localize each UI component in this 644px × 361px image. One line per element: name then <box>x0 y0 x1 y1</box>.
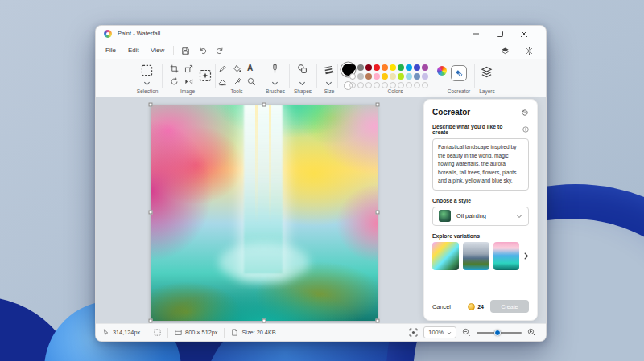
describe-label: Describe what you'd like to create <box>432 124 520 135</box>
maximize-button[interactable] <box>488 26 512 42</box>
crop-button[interactable] <box>170 64 179 73</box>
zoom-dropdown[interactable]: 100% <box>423 326 456 338</box>
size-dropdown-chevron-icon[interactable] <box>326 80 332 85</box>
cancel-button[interactable]: Cancel <box>432 303 451 310</box>
selection-handle[interactable] <box>149 319 153 323</box>
zoom-out-button[interactable] <box>462 328 471 337</box>
prompt-textarea[interactable]: Fantastical landscape inspired by the be… <box>432 138 529 191</box>
color-swatch[interactable] <box>382 73 388 80</box>
color-swatch[interactable] <box>406 73 412 80</box>
variation-thumbnails <box>432 242 529 270</box>
size-button[interactable] <box>324 64 334 75</box>
pencil-tool-button[interactable] <box>218 64 227 73</box>
eyedropper-icon <box>233 77 242 86</box>
undo-icon <box>199 47 208 55</box>
selection-handle[interactable] <box>149 211 153 215</box>
color-swatch[interactable] <box>390 73 396 80</box>
fill-tool-button[interactable] <box>233 64 242 73</box>
color-swatch[interactable] <box>422 64 428 71</box>
variations-next-chevron-icon[interactable] <box>523 252 529 260</box>
resize-button[interactable] <box>184 64 193 73</box>
color-picker-tool-button[interactable] <box>233 77 242 86</box>
color-swatch-empty[interactable] <box>406 82 412 88</box>
menu-edit[interactable]: Edit <box>125 45 142 56</box>
stack-button[interactable] <box>499 45 510 56</box>
zoom-in-icon <box>527 328 536 337</box>
color-swatch[interactable] <box>390 64 396 71</box>
titlebar[interactable]: Paint - Waterfall <box>96 26 546 42</box>
selection-handle[interactable] <box>262 103 266 107</box>
zoom-slider[interactable] <box>477 332 522 334</box>
variation-thumbnail-1[interactable] <box>432 242 459 270</box>
variation-thumbnail-2[interactable] <box>463 242 489 270</box>
text-tool-button[interactable]: A <box>247 64 253 72</box>
style-thumbnail <box>439 210 451 222</box>
color-swatch[interactable] <box>365 73 372 80</box>
style-value: Oil painting <box>456 212 510 219</box>
layers-button[interactable] <box>481 66 493 78</box>
color-swatch[interactable] <box>414 64 420 71</box>
menu-file[interactable]: File <box>102 45 119 56</box>
brushes-dropdown-chevron-icon[interactable] <box>272 80 278 85</box>
chevron-down-icon <box>447 330 452 335</box>
selection-dropdown-chevron-icon[interactable] <box>144 80 150 85</box>
selection-handle[interactable] <box>149 103 153 107</box>
color-swatch[interactable] <box>374 73 380 80</box>
color-swatch-empty[interactable] <box>398 82 404 88</box>
color-swatch-empty[interactable] <box>414 82 420 88</box>
color-swatch-empty[interactable] <box>422 82 428 88</box>
color-swatch[interactable] <box>382 64 388 71</box>
color-swatch[interactable] <box>398 64 404 71</box>
history-button[interactable] <box>521 109 529 117</box>
zoom-slider-handle[interactable] <box>494 330 501 336</box>
color-swatch-empty[interactable] <box>390 82 396 88</box>
close-button[interactable] <box>512 26 536 42</box>
rotate-button[interactable] <box>170 77 179 86</box>
color-swatch[interactable] <box>414 73 420 80</box>
redo-button[interactable] <box>213 45 225 56</box>
minimize-button[interactable] <box>464 26 488 42</box>
color-swatch[interactable] <box>357 73 364 80</box>
save-button[interactable] <box>180 45 191 56</box>
color-swatch-empty[interactable] <box>349 82 356 88</box>
create-button[interactable]: Create <box>490 300 529 313</box>
color-swatch-empty[interactable] <box>357 82 364 88</box>
edit-colors-button[interactable] <box>437 66 447 76</box>
cocreator-button[interactable] <box>451 65 467 81</box>
toolbar-divider <box>474 64 475 88</box>
selection-handle[interactable] <box>376 319 380 323</box>
cocreator-panel: Cocreator Describe what you'd like to cr… <box>423 99 538 321</box>
eraser-tool-button[interactable] <box>218 77 227 86</box>
selection-tool-button[interactable] <box>141 64 153 76</box>
color-swatch[interactable] <box>365 64 372 71</box>
color-swatch[interactable] <box>374 64 380 71</box>
variation-thumbnail-3[interactable] <box>493 242 520 270</box>
zoom-in-button[interactable] <box>527 328 536 337</box>
color-swatch[interactable] <box>422 73 428 80</box>
shapes-dropdown-chevron-icon[interactable] <box>299 80 305 85</box>
undo-button[interactable] <box>197 45 208 56</box>
shapes-button[interactable] <box>297 64 308 74</box>
magnifier-tool-button[interactable] <box>247 77 256 86</box>
selection-rectangle-icon <box>141 64 153 76</box>
toolbar-divider <box>262 64 262 88</box>
menu-view[interactable]: View <box>147 45 167 56</box>
style-dropdown[interactable]: Oil painting <box>432 207 529 226</box>
color-swatch[interactable] <box>357 64 364 71</box>
settings-button[interactable] <box>523 45 535 56</box>
selection-handle[interactable] <box>376 211 380 215</box>
fit-to-screen-button[interactable] <box>409 328 418 337</box>
flip-button[interactable] <box>184 77 193 86</box>
color-swatch[interactable] <box>349 73 356 80</box>
color-swatch[interactable] <box>349 64 356 71</box>
color-swatch[interactable] <box>406 64 412 71</box>
background-removal-button[interactable] <box>199 69 212 82</box>
brushes-button[interactable] <box>270 64 280 74</box>
canvas[interactable] <box>151 105 378 321</box>
color-swatch-empty[interactable] <box>374 82 380 88</box>
color-swatch-empty[interactable] <box>382 82 388 88</box>
selection-handle[interactable] <box>376 103 380 107</box>
color-swatch[interactable] <box>398 73 404 80</box>
color-swatch-empty[interactable] <box>365 82 372 88</box>
selection-handle[interactable] <box>262 319 266 323</box>
